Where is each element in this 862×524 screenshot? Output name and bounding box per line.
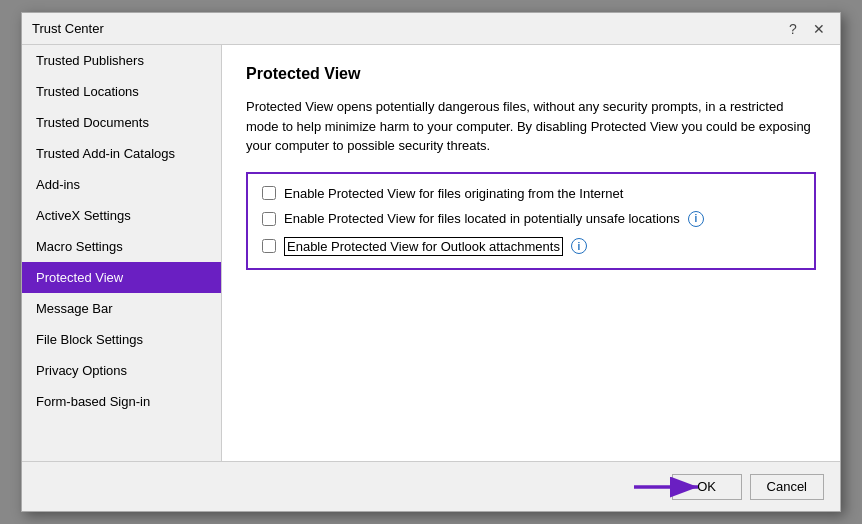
- option-label-opt-unsafe-locations: Enable Protected View for files located …: [284, 211, 680, 226]
- title-bar-controls: ? ✕: [782, 18, 830, 40]
- checkbox-opt-unsafe-locations[interactable]: [262, 212, 276, 226]
- arrow-icon: [630, 469, 710, 505]
- content-area: Protected View Protected View opens pote…: [222, 45, 840, 461]
- help-button[interactable]: ?: [782, 18, 804, 40]
- info-icon-opt-unsafe-locations[interactable]: i: [688, 211, 704, 227]
- cancel-button[interactable]: Cancel: [750, 474, 824, 500]
- checkbox-opt-internet[interactable]: [262, 186, 276, 200]
- option-row-opt-internet: Enable Protected View for files originat…: [262, 186, 800, 201]
- sidebar-item-add-ins[interactable]: Add-ins: [22, 169, 221, 200]
- sidebar-item-file-block-settings[interactable]: File Block Settings: [22, 324, 221, 355]
- sidebar-item-trusted-documents[interactable]: Trusted Documents: [22, 107, 221, 138]
- arrow-container: [630, 469, 710, 505]
- sidebar-item-protected-view[interactable]: Protected View: [22, 262, 221, 293]
- dialog-footer: OK Cancel: [22, 461, 840, 511]
- option-label-opt-internet: Enable Protected View for files originat…: [284, 186, 623, 201]
- sidebar-item-trusted-addin-catalogs[interactable]: Trusted Add-in Catalogs: [22, 138, 221, 169]
- title-bar: Trust Center ? ✕: [22, 13, 840, 45]
- dialog-body: Trusted PublishersTrusted LocationsTrust…: [22, 45, 840, 461]
- sidebar-item-trusted-publishers[interactable]: Trusted Publishers: [22, 45, 221, 76]
- sidebar-item-message-bar[interactable]: Message Bar: [22, 293, 221, 324]
- dialog-title: Trust Center: [32, 21, 104, 36]
- sidebar-item-trusted-locations[interactable]: Trusted Locations: [22, 76, 221, 107]
- close-button[interactable]: ✕: [808, 18, 830, 40]
- options-box: Enable Protected View for files originat…: [246, 172, 816, 270]
- sidebar-item-form-based-sign-in[interactable]: Form-based Sign-in: [22, 386, 221, 417]
- option-row-opt-outlook: Enable Protected View for Outlook attach…: [262, 237, 800, 256]
- title-bar-left: Trust Center: [32, 21, 104, 36]
- option-label-opt-outlook: Enable Protected View for Outlook attach…: [284, 237, 563, 256]
- sidebar-item-privacy-options[interactable]: Privacy Options: [22, 355, 221, 386]
- info-icon-opt-outlook[interactable]: i: [571, 238, 587, 254]
- checkbox-opt-outlook[interactable]: [262, 239, 276, 253]
- sidebar-item-activex-settings[interactable]: ActiveX Settings: [22, 200, 221, 231]
- trust-center-dialog: Trust Center ? ✕ Trusted PublishersTrust…: [21, 12, 841, 512]
- sidebar: Trusted PublishersTrusted LocationsTrust…: [22, 45, 222, 461]
- sidebar-item-macro-settings[interactable]: Macro Settings: [22, 231, 221, 262]
- option-row-opt-unsafe-locations: Enable Protected View for files located …: [262, 211, 800, 227]
- content-description: Protected View opens potentially dangero…: [246, 97, 816, 156]
- content-title: Protected View: [246, 65, 816, 83]
